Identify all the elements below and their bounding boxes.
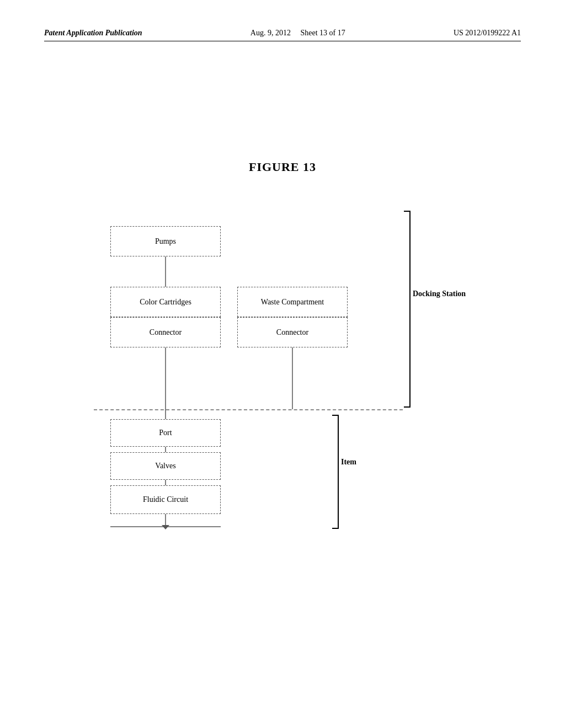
docking-station-bracket — [404, 211, 411, 408]
connector-right-block: Connector — [237, 317, 348, 347]
pumps-block: Pumps — [110, 226, 221, 256]
item-bracket — [332, 415, 339, 529]
docking-station-label: Docking Station — [413, 290, 466, 298]
publication-label: Patent Application Publication — [44, 29, 142, 38]
diagram-container: Docking Station Item Pumps Color Cartrid… — [44, 199, 521, 529]
date-sheet: Aug. 9, 2012 Sheet 13 of 17 — [250, 29, 345, 38]
separator-line — [94, 409, 403, 410]
color-cartridges-block: Color Cartridges — [110, 287, 221, 317]
connector-left-block: Connector — [110, 317, 221, 347]
valves-block: Valves — [110, 452, 221, 480]
page-header: Patent Application Publication Aug. 9, 2… — [44, 29, 521, 41]
sheet-info: Sheet 13 of 17 — [300, 29, 345, 37]
waste-compartment-block: Waste Compartment — [237, 287, 348, 317]
figure-title: FIGURE 13 — [249, 160, 316, 174]
patent-number: US 2012/0199222 A1 — [454, 29, 521, 38]
date: Aug. 9, 2012 — [250, 29, 291, 37]
fluidic-circuit-block: Fluidic Circuit — [110, 485, 221, 514]
item-label: Item — [341, 458, 356, 467]
port-block: Port — [110, 419, 221, 447]
svg-marker-7 — [162, 525, 169, 529]
